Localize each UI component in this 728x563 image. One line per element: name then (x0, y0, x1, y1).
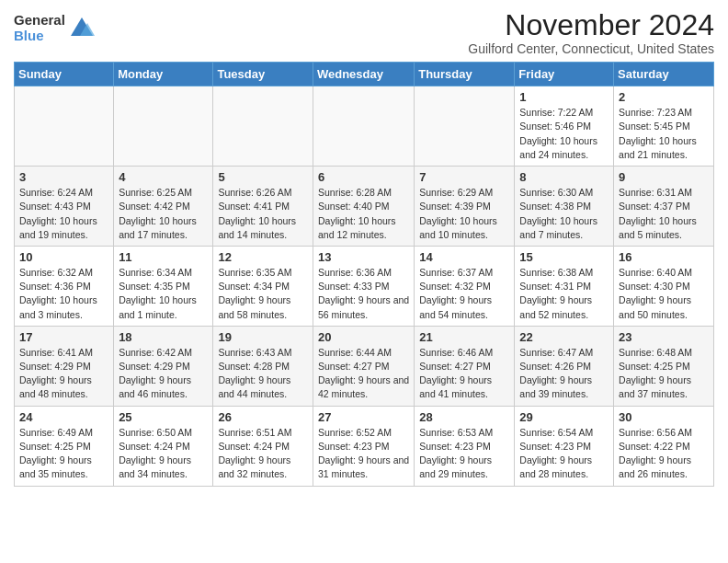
calendar-cell: 14Sunrise: 6:37 AM Sunset: 4:32 PM Dayli… (415, 246, 515, 326)
weekday-header-thursday: Thursday (415, 63, 515, 86)
location-subtitle: Guilford Center, Connecticut, United Sta… (468, 41, 714, 56)
calendar-week-2: 3Sunrise: 6:24 AM Sunset: 4:43 PM Daylig… (15, 167, 714, 247)
calendar-cell: 16Sunrise: 6:40 AM Sunset: 4:30 PM Dayli… (614, 246, 714, 326)
day-info: Sunrise: 6:56 AM Sunset: 4:22 PM Dayligh… (619, 426, 709, 482)
calendar-cell: 6Sunrise: 6:28 AM Sunset: 4:40 PM Daylig… (313, 167, 414, 247)
day-info: Sunrise: 6:34 AM Sunset: 4:35 PM Dayligh… (119, 266, 208, 322)
calendar-cell: 18Sunrise: 6:42 AM Sunset: 4:29 PM Dayli… (114, 326, 213, 406)
day-number: 27 (318, 410, 409, 424)
day-info: Sunrise: 6:30 AM Sunset: 4:38 PM Dayligh… (519, 186, 609, 242)
calendar-cell: 5Sunrise: 6:26 AM Sunset: 4:41 PM Daylig… (213, 167, 313, 247)
calendar-cell: 17Sunrise: 6:41 AM Sunset: 4:29 PM Dayli… (15, 326, 114, 406)
calendar-cell: 1Sunrise: 7:22 AM Sunset: 5:46 PM Daylig… (515, 86, 614, 167)
day-number: 18 (119, 330, 208, 344)
weekday-header-saturday: Saturday (614, 63, 714, 86)
calendar-cell: 26Sunrise: 6:51 AM Sunset: 4:24 PM Dayli… (213, 406, 313, 486)
day-info: Sunrise: 6:35 AM Sunset: 4:34 PM Dayligh… (218, 266, 308, 322)
weekday-header-monday: Monday (114, 63, 213, 86)
logo-blue: Blue (14, 29, 65, 44)
calendar-cell: 27Sunrise: 6:52 AM Sunset: 4:23 PM Dayli… (313, 406, 414, 486)
calendar-cell: 28Sunrise: 6:53 AM Sunset: 4:23 PM Dayli… (415, 406, 515, 486)
logo-general: General (14, 13, 65, 29)
day-info: Sunrise: 6:36 AM Sunset: 4:33 PM Dayligh… (318, 266, 409, 322)
day-info: Sunrise: 6:52 AM Sunset: 4:23 PM Dayligh… (318, 426, 409, 482)
calendar-cell: 2Sunrise: 7:23 AM Sunset: 5:45 PM Daylig… (614, 86, 714, 167)
day-number: 11 (119, 250, 208, 264)
calendar-header-row: SundayMondayTuesdayWednesdayThursdayFrid… (15, 63, 714, 86)
day-info: Sunrise: 6:25 AM Sunset: 4:42 PM Dayligh… (119, 186, 208, 242)
day-info: Sunrise: 6:51 AM Sunset: 4:24 PM Dayligh… (218, 426, 308, 482)
day-info: Sunrise: 6:38 AM Sunset: 4:31 PM Dayligh… (519, 266, 609, 322)
page-header: General Blue November 2024 Guilford Cent… (14, 9, 714, 56)
day-number: 4 (119, 170, 208, 184)
logo-icon (69, 16, 95, 41)
calendar-cell (114, 86, 213, 167)
day-info: Sunrise: 6:28 AM Sunset: 4:40 PM Dayligh… (318, 186, 409, 242)
day-number: 17 (19, 330, 108, 344)
day-number: 3 (19, 170, 108, 184)
calendar-cell: 3Sunrise: 6:24 AM Sunset: 4:43 PM Daylig… (15, 167, 114, 247)
calendar-cell: 19Sunrise: 6:43 AM Sunset: 4:28 PM Dayli… (213, 326, 313, 406)
day-number: 21 (419, 330, 509, 344)
day-number: 10 (19, 250, 108, 264)
calendar-cell (313, 86, 414, 167)
day-number: 1 (519, 90, 609, 104)
day-info: Sunrise: 6:53 AM Sunset: 4:23 PM Dayligh… (419, 426, 509, 482)
calendar-week-5: 24Sunrise: 6:49 AM Sunset: 4:25 PM Dayli… (15, 406, 714, 486)
calendar-cell: 20Sunrise: 6:44 AM Sunset: 4:27 PM Dayli… (313, 326, 414, 406)
day-info: Sunrise: 6:32 AM Sunset: 4:36 PM Dayligh… (19, 266, 108, 322)
calendar-cell: 21Sunrise: 6:46 AM Sunset: 4:27 PM Dayli… (415, 326, 515, 406)
day-info: Sunrise: 6:40 AM Sunset: 4:30 PM Dayligh… (619, 266, 709, 322)
day-info: Sunrise: 6:29 AM Sunset: 4:39 PM Dayligh… (419, 186, 509, 242)
day-number: 22 (519, 330, 609, 344)
calendar-cell: 22Sunrise: 6:47 AM Sunset: 4:26 PM Dayli… (515, 326, 614, 406)
calendar-cell: 29Sunrise: 6:54 AM Sunset: 4:23 PM Dayli… (515, 406, 614, 486)
day-info: Sunrise: 6:24 AM Sunset: 4:43 PM Dayligh… (19, 186, 108, 242)
calendar-cell (15, 86, 114, 167)
day-number: 13 (318, 250, 409, 264)
day-number: 8 (519, 170, 609, 184)
logo: General Blue (14, 13, 95, 43)
calendar-cell: 25Sunrise: 6:50 AM Sunset: 4:24 PM Dayli… (114, 406, 213, 486)
day-number: 24 (19, 410, 108, 424)
day-info: Sunrise: 6:48 AM Sunset: 4:25 PM Dayligh… (619, 346, 709, 402)
calendar-table: SundayMondayTuesdayWednesdayThursdayFrid… (14, 62, 714, 486)
day-number: 9 (619, 170, 709, 184)
day-info: Sunrise: 6:42 AM Sunset: 4:29 PM Dayligh… (119, 346, 208, 402)
day-number: 28 (419, 410, 509, 424)
day-info: Sunrise: 6:47 AM Sunset: 4:26 PM Dayligh… (519, 346, 609, 402)
day-number: 15 (519, 250, 609, 264)
calendar-cell: 8Sunrise: 6:30 AM Sunset: 4:38 PM Daylig… (515, 167, 614, 247)
day-number: 14 (419, 250, 509, 264)
day-number: 19 (218, 330, 308, 344)
title-block: November 2024 Guilford Center, Connectic… (468, 9, 714, 56)
day-info: Sunrise: 6:54 AM Sunset: 4:23 PM Dayligh… (519, 426, 609, 482)
day-info: Sunrise: 6:31 AM Sunset: 4:37 PM Dayligh… (619, 186, 709, 242)
calendar-cell (415, 86, 515, 167)
day-info: Sunrise: 6:37 AM Sunset: 4:32 PM Dayligh… (419, 266, 509, 322)
calendar-cell: 15Sunrise: 6:38 AM Sunset: 4:31 PM Dayli… (515, 246, 614, 326)
calendar-week-1: 1Sunrise: 7:22 AM Sunset: 5:46 PM Daylig… (15, 86, 714, 167)
day-number: 26 (218, 410, 308, 424)
day-number: 2 (619, 90, 709, 104)
day-number: 25 (119, 410, 208, 424)
calendar-cell: 30Sunrise: 6:56 AM Sunset: 4:22 PM Dayli… (614, 406, 714, 486)
weekday-header-sunday: Sunday (15, 63, 114, 86)
day-info: Sunrise: 7:22 AM Sunset: 5:46 PM Dayligh… (519, 106, 609, 162)
day-info: Sunrise: 6:26 AM Sunset: 4:41 PM Dayligh… (218, 186, 308, 242)
weekday-header-friday: Friday (515, 63, 614, 86)
day-info: Sunrise: 6:49 AM Sunset: 4:25 PM Dayligh… (19, 426, 108, 482)
day-info: Sunrise: 6:41 AM Sunset: 4:29 PM Dayligh… (19, 346, 108, 402)
day-number: 16 (619, 250, 709, 264)
day-number: 30 (619, 410, 709, 424)
calendar-cell (213, 86, 313, 167)
calendar-cell: 11Sunrise: 6:34 AM Sunset: 4:35 PM Dayli… (114, 246, 213, 326)
calendar-cell: 4Sunrise: 6:25 AM Sunset: 4:42 PM Daylig… (114, 167, 213, 247)
weekday-header-tuesday: Tuesday (213, 63, 313, 86)
calendar-week-3: 10Sunrise: 6:32 AM Sunset: 4:36 PM Dayli… (15, 246, 714, 326)
day-info: Sunrise: 6:44 AM Sunset: 4:27 PM Dayligh… (318, 346, 409, 402)
calendar-week-4: 17Sunrise: 6:41 AM Sunset: 4:29 PM Dayli… (15, 326, 714, 406)
day-info: Sunrise: 7:23 AM Sunset: 5:45 PM Dayligh… (619, 106, 709, 162)
day-info: Sunrise: 6:46 AM Sunset: 4:27 PM Dayligh… (419, 346, 509, 402)
calendar-cell: 9Sunrise: 6:31 AM Sunset: 4:37 PM Daylig… (614, 167, 714, 247)
